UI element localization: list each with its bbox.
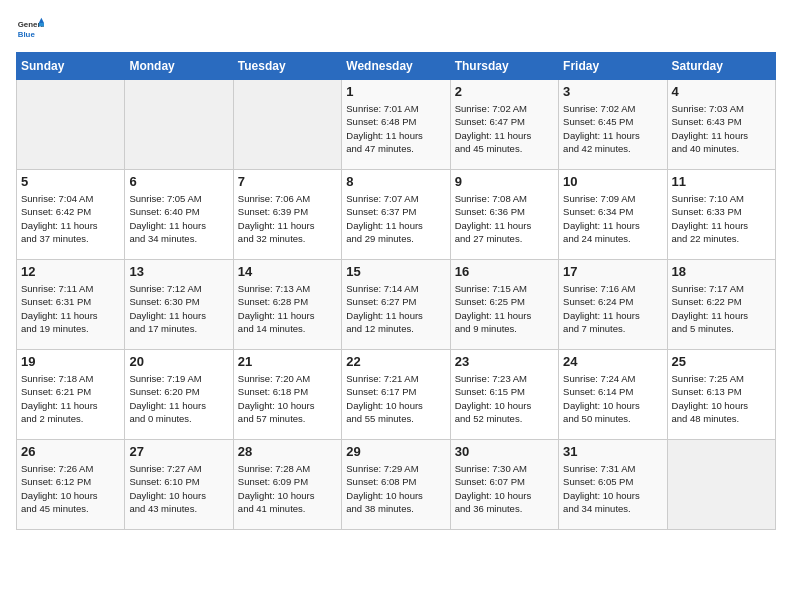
calendar-cell: 11Sunrise: 7:10 AM Sunset: 6:33 PM Dayli…	[667, 170, 775, 260]
day-info: Sunrise: 7:07 AM Sunset: 6:37 PM Dayligh…	[346, 192, 445, 245]
day-info: Sunrise: 7:01 AM Sunset: 6:48 PM Dayligh…	[346, 102, 445, 155]
day-number: 17	[563, 264, 662, 279]
day-number: 6	[129, 174, 228, 189]
day-info: Sunrise: 7:17 AM Sunset: 6:22 PM Dayligh…	[672, 282, 771, 335]
day-number: 13	[129, 264, 228, 279]
day-info: Sunrise: 7:06 AM Sunset: 6:39 PM Dayligh…	[238, 192, 337, 245]
calendar-cell: 26Sunrise: 7:26 AM Sunset: 6:12 PM Dayli…	[17, 440, 125, 530]
calendar-cell: 16Sunrise: 7:15 AM Sunset: 6:25 PM Dayli…	[450, 260, 558, 350]
day-number: 4	[672, 84, 771, 99]
day-info: Sunrise: 7:28 AM Sunset: 6:09 PM Dayligh…	[238, 462, 337, 515]
day-number: 1	[346, 84, 445, 99]
day-info: Sunrise: 7:12 AM Sunset: 6:30 PM Dayligh…	[129, 282, 228, 335]
day-info: Sunrise: 7:03 AM Sunset: 6:43 PM Dayligh…	[672, 102, 771, 155]
day-of-week-header: Tuesday	[233, 53, 341, 80]
calendar-cell: 21Sunrise: 7:20 AM Sunset: 6:18 PM Dayli…	[233, 350, 341, 440]
day-info: Sunrise: 7:29 AM Sunset: 6:08 PM Dayligh…	[346, 462, 445, 515]
calendar-cell: 28Sunrise: 7:28 AM Sunset: 6:09 PM Dayli…	[233, 440, 341, 530]
day-info: Sunrise: 7:27 AM Sunset: 6:10 PM Dayligh…	[129, 462, 228, 515]
svg-marker-4	[39, 23, 44, 27]
day-number: 7	[238, 174, 337, 189]
logo: General Blue	[16, 16, 48, 44]
day-info: Sunrise: 7:23 AM Sunset: 6:15 PM Dayligh…	[455, 372, 554, 425]
calendar-cell: 17Sunrise: 7:16 AM Sunset: 6:24 PM Dayli…	[559, 260, 667, 350]
calendar-cell: 25Sunrise: 7:25 AM Sunset: 6:13 PM Dayli…	[667, 350, 775, 440]
day-number: 30	[455, 444, 554, 459]
logo-icon: General Blue	[16, 16, 44, 44]
calendar-cell: 22Sunrise: 7:21 AM Sunset: 6:17 PM Dayli…	[342, 350, 450, 440]
day-number: 22	[346, 354, 445, 369]
day-info: Sunrise: 7:18 AM Sunset: 6:21 PM Dayligh…	[21, 372, 120, 425]
day-of-week-header: Saturday	[667, 53, 775, 80]
day-number: 12	[21, 264, 120, 279]
calendar-week-row: 12Sunrise: 7:11 AM Sunset: 6:31 PM Dayli…	[17, 260, 776, 350]
calendar-header-row: SundayMondayTuesdayWednesdayThursdayFrid…	[17, 53, 776, 80]
calendar-cell: 2Sunrise: 7:02 AM Sunset: 6:47 PM Daylig…	[450, 80, 558, 170]
day-info: Sunrise: 7:04 AM Sunset: 6:42 PM Dayligh…	[21, 192, 120, 245]
day-info: Sunrise: 7:09 AM Sunset: 6:34 PM Dayligh…	[563, 192, 662, 245]
day-info: Sunrise: 7:15 AM Sunset: 6:25 PM Dayligh…	[455, 282, 554, 335]
day-number: 25	[672, 354, 771, 369]
day-number: 16	[455, 264, 554, 279]
calendar-cell: 9Sunrise: 7:08 AM Sunset: 6:36 PM Daylig…	[450, 170, 558, 260]
day-of-week-header: Sunday	[17, 53, 125, 80]
day-number: 27	[129, 444, 228, 459]
page-header: General Blue	[16, 16, 776, 44]
day-number: 21	[238, 354, 337, 369]
day-info: Sunrise: 7:19 AM Sunset: 6:20 PM Dayligh…	[129, 372, 228, 425]
day-number: 5	[21, 174, 120, 189]
day-info: Sunrise: 7:11 AM Sunset: 6:31 PM Dayligh…	[21, 282, 120, 335]
day-info: Sunrise: 7:26 AM Sunset: 6:12 PM Dayligh…	[21, 462, 120, 515]
calendar-cell: 5Sunrise: 7:04 AM Sunset: 6:42 PM Daylig…	[17, 170, 125, 260]
calendar-cell: 1Sunrise: 7:01 AM Sunset: 6:48 PM Daylig…	[342, 80, 450, 170]
calendar-cell: 20Sunrise: 7:19 AM Sunset: 6:20 PM Dayli…	[125, 350, 233, 440]
day-of-week-header: Wednesday	[342, 53, 450, 80]
calendar-cell: 27Sunrise: 7:27 AM Sunset: 6:10 PM Dayli…	[125, 440, 233, 530]
day-number: 24	[563, 354, 662, 369]
calendar-table: SundayMondayTuesdayWednesdayThursdayFrid…	[16, 52, 776, 530]
calendar-cell: 8Sunrise: 7:07 AM Sunset: 6:37 PM Daylig…	[342, 170, 450, 260]
day-number: 2	[455, 84, 554, 99]
day-info: Sunrise: 7:20 AM Sunset: 6:18 PM Dayligh…	[238, 372, 337, 425]
calendar-cell: 23Sunrise: 7:23 AM Sunset: 6:15 PM Dayli…	[450, 350, 558, 440]
day-info: Sunrise: 7:31 AM Sunset: 6:05 PM Dayligh…	[563, 462, 662, 515]
day-number: 10	[563, 174, 662, 189]
calendar-cell: 3Sunrise: 7:02 AM Sunset: 6:45 PM Daylig…	[559, 80, 667, 170]
day-info: Sunrise: 7:30 AM Sunset: 6:07 PM Dayligh…	[455, 462, 554, 515]
day-number: 20	[129, 354, 228, 369]
calendar-cell: 13Sunrise: 7:12 AM Sunset: 6:30 PM Dayli…	[125, 260, 233, 350]
day-info: Sunrise: 7:02 AM Sunset: 6:47 PM Dayligh…	[455, 102, 554, 155]
calendar-cell: 19Sunrise: 7:18 AM Sunset: 6:21 PM Dayli…	[17, 350, 125, 440]
day-number: 18	[672, 264, 771, 279]
calendar-cell: 12Sunrise: 7:11 AM Sunset: 6:31 PM Dayli…	[17, 260, 125, 350]
day-number: 31	[563, 444, 662, 459]
calendar-cell: 24Sunrise: 7:24 AM Sunset: 6:14 PM Dayli…	[559, 350, 667, 440]
calendar-cell	[667, 440, 775, 530]
day-of-week-header: Thursday	[450, 53, 558, 80]
day-info: Sunrise: 7:05 AM Sunset: 6:40 PM Dayligh…	[129, 192, 228, 245]
day-number: 9	[455, 174, 554, 189]
calendar-cell	[233, 80, 341, 170]
calendar-week-row: 5Sunrise: 7:04 AM Sunset: 6:42 PM Daylig…	[17, 170, 776, 260]
calendar-cell: 15Sunrise: 7:14 AM Sunset: 6:27 PM Dayli…	[342, 260, 450, 350]
day-number: 15	[346, 264, 445, 279]
day-number: 14	[238, 264, 337, 279]
day-info: Sunrise: 7:21 AM Sunset: 6:17 PM Dayligh…	[346, 372, 445, 425]
calendar-week-row: 1Sunrise: 7:01 AM Sunset: 6:48 PM Daylig…	[17, 80, 776, 170]
calendar-cell: 10Sunrise: 7:09 AM Sunset: 6:34 PM Dayli…	[559, 170, 667, 260]
day-number: 29	[346, 444, 445, 459]
calendar-cell: 31Sunrise: 7:31 AM Sunset: 6:05 PM Dayli…	[559, 440, 667, 530]
calendar-cell: 29Sunrise: 7:29 AM Sunset: 6:08 PM Dayli…	[342, 440, 450, 530]
day-info: Sunrise: 7:08 AM Sunset: 6:36 PM Dayligh…	[455, 192, 554, 245]
calendar-cell: 18Sunrise: 7:17 AM Sunset: 6:22 PM Dayli…	[667, 260, 775, 350]
day-info: Sunrise: 7:25 AM Sunset: 6:13 PM Dayligh…	[672, 372, 771, 425]
calendar-week-row: 26Sunrise: 7:26 AM Sunset: 6:12 PM Dayli…	[17, 440, 776, 530]
day-info: Sunrise: 7:24 AM Sunset: 6:14 PM Dayligh…	[563, 372, 662, 425]
calendar-cell: 30Sunrise: 7:30 AM Sunset: 6:07 PM Dayli…	[450, 440, 558, 530]
day-info: Sunrise: 7:13 AM Sunset: 6:28 PM Dayligh…	[238, 282, 337, 335]
day-info: Sunrise: 7:14 AM Sunset: 6:27 PM Dayligh…	[346, 282, 445, 335]
calendar-cell: 7Sunrise: 7:06 AM Sunset: 6:39 PM Daylig…	[233, 170, 341, 260]
day-number: 19	[21, 354, 120, 369]
day-info: Sunrise: 7:10 AM Sunset: 6:33 PM Dayligh…	[672, 192, 771, 245]
svg-text:Blue: Blue	[18, 30, 36, 39]
